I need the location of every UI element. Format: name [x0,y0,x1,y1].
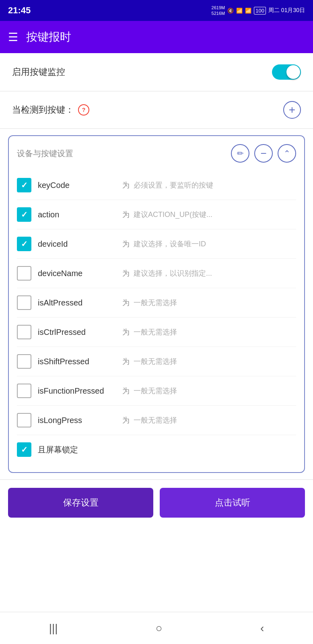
wifi-icon: 📶 [236,8,243,14]
status-right: 2619M5216M 🔇 📶 📶 100 周二 01月30日 [212,5,305,17]
save-button[interactable]: 保存设置 [8,488,153,518]
test-button[interactable]: 点击试听 [160,488,305,518]
field-separator: 为 [122,239,130,249]
detected-row: 当检测到按键： ? + [0,91,313,129]
key-settings-card: 设备与按键设置 ✏ − ⌃ keyCode为必须设置，要监听的按键action为… [8,135,305,473]
minus-icon: − [260,147,266,160]
field-description: 一般无需选择 [134,386,296,396]
data-info: 2619M5216M [212,5,225,17]
checkbox-row: isCtrlPressed为一般无需选择 [17,318,296,347]
home-icon[interactable]: ○ [156,622,163,635]
field-name: keyCode [38,181,118,190]
add-button[interactable]: + [283,101,301,119]
field-separator: 为 [122,180,130,190]
field-separator: 为 [122,357,130,366]
checkbox-且屏幕锁定[interactable] [17,442,31,457]
checkbox-row: action为建议ACTION_UP(按键... [17,200,296,229]
edit-button[interactable]: ✏ [231,144,249,163]
bottom-nav: ||| ○ ‹ [0,612,313,644]
field-separator: 为 [122,298,130,308]
date-info: 周二 01月30日 [268,7,305,14]
field-description: 一般无需选择 [134,415,296,425]
field-description: 建议选择，设备唯一ID [134,239,296,249]
checkbox-isLongPress[interactable] [17,413,31,427]
card-title: 设备与按键设置 [17,148,73,159]
status-time: 21:45 [8,5,31,16]
detected-label: 当检测到按键： ? [12,104,89,116]
checkbox-deviceId[interactable] [17,237,31,251]
field-name: deviceName [38,269,118,278]
checkbox-action[interactable] [17,207,31,222]
field-description: 一般无需选择 [134,357,296,366]
recent-apps-icon[interactable]: ||| [49,622,58,635]
field-separator: 为 [122,327,130,337]
checkbox-row: isFunctionPressed为一般无需选择 [17,376,296,406]
app-title: 按键报时 [26,29,71,45]
status-bar: 21:45 2619M5216M 🔇 📶 📶 100 周二 01月30日 [0,0,313,21]
edit-icon: ✏ [237,149,244,158]
checkbox-row: keyCode为必须设置，要监听的按键 [17,171,296,200]
checkbox-row: deviceName为建议选择，以识别指定... [17,259,296,288]
mute-icon: 🔇 [227,8,234,14]
menu-icon[interactable]: ☰ [8,31,18,44]
field-separator: 为 [122,210,130,219]
card-actions: ✏ − ⌃ [231,144,296,163]
field-separator: 为 [122,268,130,278]
field-name: isShiftPressed [38,357,118,366]
checkbox-row: 且屏幕锁定 [17,435,296,464]
checkbox-row: isShiftPressed为一般无需选择 [17,347,296,376]
checkbox-deviceName[interactable] [17,266,31,281]
chevron-up-icon: ⌃ [284,149,290,158]
up-button[interactable]: ⌃ [278,144,296,163]
field-description: 建议ACTION_UP(按键... [134,210,296,219]
field-name: action [38,210,118,219]
help-icon[interactable]: ? [78,104,89,116]
field-name: isAltPressed [38,298,118,308]
checkbox-keyCode[interactable] [17,178,31,192]
toggle-label: 启用按键监控 [12,66,65,78]
field-description: 必须设置，要监听的按键 [134,180,296,190]
card-header: 设备与按键设置 ✏ − ⌃ [17,144,296,163]
signal-icon: 📶 [245,8,251,14]
bottom-buttons: 保存设置 点击试听 [0,479,313,526]
main-content: 启用按键监控 当检测到按键： ? + 设备与按键设置 ✏ − [0,53,313,612]
field-name: isCtrlPressed [38,328,118,337]
back-icon[interactable]: ‹ [260,622,264,635]
enable-toggle[interactable] [272,64,301,80]
field-name: isLongPress [38,416,118,425]
checkbox-isAltPressed[interactable] [17,295,31,310]
field-separator: 为 [122,386,130,396]
checkbox-isFunctionPressed[interactable] [17,384,31,398]
field-name: deviceId [38,239,118,249]
field-separator: 为 [122,415,130,425]
field-description: 建议选择，以识别指定... [134,268,296,278]
field-description: 一般无需选择 [134,327,296,337]
checkbox-row: isLongPress为一般无需选择 [17,406,296,435]
field-name: isFunctionPressed [38,386,118,396]
field-name: 且屏幕锁定 [38,444,118,455]
battery-icon: 100 [254,7,266,14]
checkbox-isCtrlPressed[interactable] [17,325,31,339]
app-header: ☰ 按键报时 [0,21,313,53]
detected-text: 当检测到按键： [12,104,74,116]
toggle-row: 启用按键监控 [0,53,313,91]
checkbox-isShiftPressed[interactable] [17,354,31,369]
checkbox-row: isAltPressed为一般无需选择 [17,288,296,318]
checkbox-list: keyCode为必须设置，要监听的按键action为建议ACTION_UP(按键… [17,171,296,464]
toggle-thumb [286,65,300,79]
remove-button[interactable]: − [254,144,273,163]
field-description: 一般无需选择 [134,298,296,308]
checkbox-row: deviceId为建议选择，设备唯一ID [17,229,296,259]
